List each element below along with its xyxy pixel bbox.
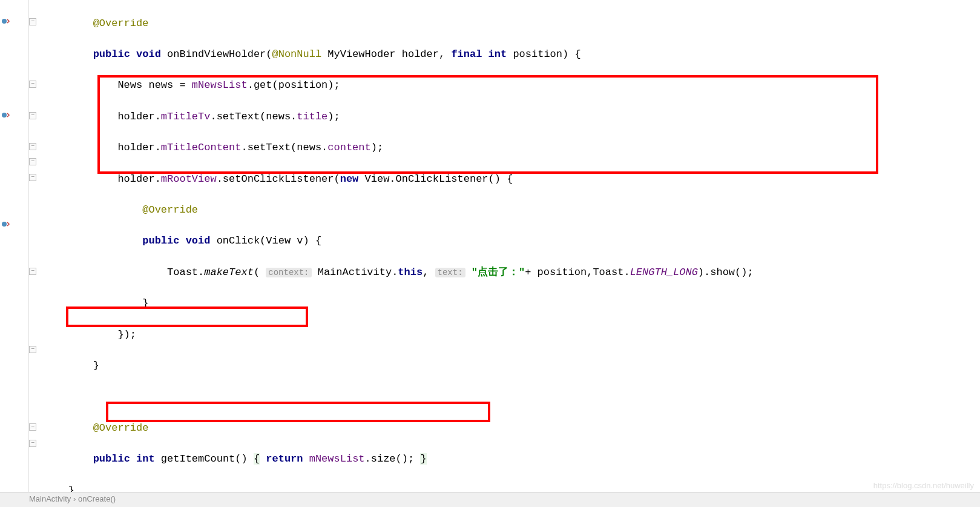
param: position <box>513 48 562 60</box>
svg-point-1 <box>2 113 7 118</box>
code-editor[interactable]: − − − − − − − − − − @Override public voi… <box>0 0 980 492</box>
fold-icon[interactable]: − <box>29 18 36 25</box>
keyword-return: return <box>266 453 303 465</box>
static-method: makeText <box>204 267 254 278</box>
field: mNewsList <box>192 79 248 91</box>
code-text: ); <box>327 111 340 122</box>
field: mNewsList <box>309 453 365 465</box>
field: mTitleTv <box>161 111 211 122</box>
watermark: https://blog.csdn.net/huweilly <box>873 481 974 490</box>
class: Toast. <box>167 267 204 278</box>
code-text: .setText(news. <box>210 111 297 122</box>
annotation: @Override <box>142 204 198 216</box>
field: mRootView <box>161 173 217 185</box>
fold-icon[interactable]: − <box>29 423 36 431</box>
code-text: .size(); <box>365 453 421 465</box>
folded-open: { <box>254 453 260 465</box>
code-text: View.OnClickListener() { <box>358 173 513 185</box>
keyword-new: new <box>340 173 359 185</box>
gutter <box>0 0 29 492</box>
annotation: @Override <box>93 422 149 434</box>
code-text: .setText(news. <box>241 142 327 153</box>
breadcrumb-separator: › <box>73 494 76 503</box>
fold-icon[interactable]: − <box>29 346 36 353</box>
code-text: holder. <box>117 142 160 153</box>
fold-icon[interactable]: − <box>29 174 36 181</box>
method-name: onClick <box>217 235 260 247</box>
code-text: }); <box>117 329 136 340</box>
code-text: .setOnClickListener( <box>217 173 340 185</box>
fold-column: − − − − − − − − − − <box>29 0 39 492</box>
keyword-int: int <box>488 48 507 60</box>
breadcrumb-item[interactable]: MainActivity <box>29 494 71 503</box>
field: title <box>297 111 327 122</box>
param: holder <box>402 48 439 60</box>
fold-icon[interactable]: − <box>29 81 36 88</box>
svg-point-0 <box>2 19 7 24</box>
type: MyViewHoder <box>327 48 395 60</box>
annotation: @NonNull <box>272 48 322 60</box>
method-name: getItemCount <box>161 453 235 465</box>
code-text: ); <box>371 142 383 153</box>
annotation: @Override <box>93 18 149 29</box>
code-text: () <box>235 453 254 465</box>
svg-point-2 <box>2 222 7 227</box>
keyword-public: public <box>93 453 130 465</box>
method-name: onBindViewHolder <box>167 48 266 60</box>
fold-icon[interactable]: − <box>29 268 36 275</box>
field: content <box>327 142 370 153</box>
override-gutter-icon[interactable] <box>1 111 13 119</box>
brace: } <box>142 297 148 309</box>
field: mTitleContent <box>161 142 242 153</box>
breadcrumb-item[interactable]: onCreate() <box>78 494 116 503</box>
override-gutter-icon[interactable] <box>1 220 13 228</box>
brace: } <box>93 360 99 371</box>
code-text: .get(position); <box>248 79 340 91</box>
keyword-this: this <box>398 267 423 278</box>
highlight-box-3 <box>106 402 490 422</box>
fold-icon[interactable]: − <box>29 112 36 119</box>
fold-icon[interactable]: − <box>29 158 36 165</box>
keyword-final: final <box>451 48 482 60</box>
folded-close: } <box>420 453 426 465</box>
code-text: holder. <box>117 173 160 185</box>
keyword-void: void <box>136 48 161 60</box>
fold-icon[interactable]: − <box>29 440 36 447</box>
var: news <box>148 79 173 91</box>
keyword-void: void <box>186 235 211 247</box>
code-content[interactable]: @Override public void onBindViewHolder(@… <box>39 0 980 492</box>
constant: LENGTH_LONG <box>630 267 698 278</box>
param-hint: text: <box>435 268 465 277</box>
code-text: (View v) { <box>260 235 321 247</box>
code-text: holder. <box>117 111 160 122</box>
param-hint: context: <box>266 268 311 277</box>
type: News <box>117 79 142 91</box>
keyword-int: int <box>136 453 155 465</box>
fold-icon[interactable]: − <box>29 143 36 150</box>
keyword-public: public <box>93 48 130 60</box>
string-literal: "点击了：" <box>465 267 525 278</box>
code-text: + position,Toast. <box>525 267 630 278</box>
override-gutter-icon[interactable] <box>1 17 13 25</box>
code-text: ).show(); <box>698 267 754 278</box>
keyword-public: public <box>142 235 179 247</box>
breadcrumb-bar[interactable]: MainActivity › onCreate() <box>0 492 980 507</box>
code-text: MainActivity. <box>312 267 398 278</box>
